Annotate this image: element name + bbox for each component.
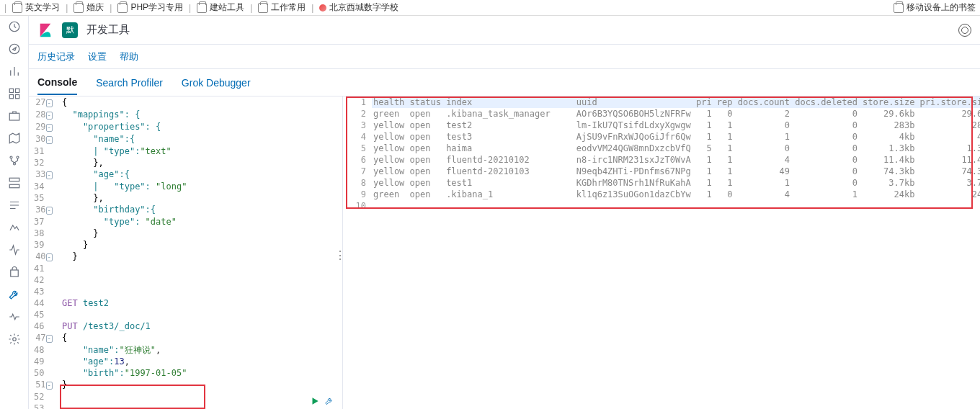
output-line: 1health status index uuid pri rep docs.c… bbox=[343, 96, 980, 108]
editor-line[interactable]: 49 "age":13, bbox=[29, 356, 342, 367]
editor-line[interactable]: 34 | "type": "long" bbox=[29, 181, 342, 192]
output-line: 3yellow open test2 lm-IkU7QTsifdLdxyXgwg… bbox=[343, 120, 980, 131]
output-line: 5yellow open haima eodvVM24QGW8mnDxzcbVf… bbox=[343, 143, 980, 154]
editor-line[interactable]: 28- "mappings": { bbox=[29, 109, 342, 121]
main-column: 默 开发工具 历史记录 设置 帮助 Console Search Profile… bbox=[29, 16, 980, 409]
siem-icon[interactable] bbox=[8, 266, 21, 279]
editor-line[interactable]: 41 bbox=[29, 263, 342, 274]
editor-line[interactable]: 46 PUT /test3/_doc/1 bbox=[29, 320, 342, 332]
tab-console[interactable]: Console bbox=[37, 71, 77, 95]
folder-icon bbox=[258, 3, 268, 13]
editor-line[interactable]: 52 bbox=[29, 391, 342, 403]
folder-icon bbox=[197, 3, 207, 13]
output-line: 4yellow open test3 AjSU9vFnRxWJQoGiJfr6Q… bbox=[343, 131, 980, 143]
editor-line[interactable]: 45 bbox=[29, 309, 342, 320]
response-output[interactable]: 1health status index uuid pri rep docs.c… bbox=[343, 96, 980, 212]
output-line: 7yellow open fluentd-20210103 N9eqb4ZHTi… bbox=[343, 166, 980, 177]
editor-line[interactable]: 42 bbox=[29, 274, 342, 286]
clock-icon[interactable] bbox=[8, 20, 21, 33]
svg-rect-12 bbox=[10, 270, 18, 277]
editor-line[interactable]: 47-{ bbox=[29, 332, 342, 344]
feedback-icon[interactable] bbox=[958, 24, 971, 37]
apm-icon[interactable] bbox=[8, 221, 21, 234]
subnav-help[interactable]: 帮助 bbox=[120, 50, 138, 63]
editor-line[interactable]: 36- "birthday":{ bbox=[29, 204, 342, 216]
bookmark-left: | 英文学习|婚庆|PHP学习专用|建站工具|工作常用| 北京西城数字学校 bbox=[4, 0, 894, 15]
svg-point-1 bbox=[9, 44, 19, 54]
bookmark-item[interactable]: 工作常用 bbox=[255, 0, 308, 15]
output-line: 6yellow open fluentd-20210102 n8-irc1NRM… bbox=[343, 154, 980, 166]
dashboard-icon[interactable] bbox=[8, 87, 21, 100]
editor-line[interactable]: 35 }, bbox=[29, 192, 342, 204]
output-line: 2green open .kibana_task_manager AOr6B3Y… bbox=[343, 108, 980, 120]
editor-line[interactable]: 51-} bbox=[29, 379, 342, 391]
editor-line[interactable]: 43 bbox=[29, 286, 342, 297]
compass-icon[interactable] bbox=[8, 42, 21, 55]
default-space-badge[interactable]: 默 bbox=[62, 22, 78, 38]
editor-line[interactable]: 33- "age":{ bbox=[29, 168, 342, 181]
editor-line[interactable]: 48 "name":"狂神说", bbox=[29, 344, 342, 356]
bookmark-item[interactable]: 英文学习 bbox=[9, 0, 63, 15]
bookmark-right[interactable]: 移动设备上的书签 bbox=[894, 1, 976, 14]
editor-line[interactable]: 39 } bbox=[29, 239, 342, 251]
svg-rect-11 bbox=[9, 184, 19, 188]
editor-line[interactable]: 31 | "type":"text" bbox=[29, 145, 342, 157]
icon-rail bbox=[0, 16, 29, 409]
folder-icon bbox=[894, 3, 904, 13]
bookmark-item-ext[interactable]: 北京西城数字学校 bbox=[316, 0, 401, 15]
bookmark-item[interactable]: PHP学习专用 bbox=[115, 0, 186, 15]
subnav: 历史记录 设置 帮助 bbox=[29, 45, 980, 69]
output-line: 8yellow open test1 KGDhrM80TNSrh1NfRuKah… bbox=[343, 177, 980, 189]
subnav-history[interactable]: 历史记录 bbox=[37, 50, 75, 63]
bookmark-item[interactable]: 建站工具 bbox=[194, 0, 247, 15]
editor-line[interactable]: 29- "properties": { bbox=[29, 121, 342, 133]
editor-line[interactable]: 53 bbox=[29, 403, 342, 409]
tab-search-profiler[interactable]: Search Profiler bbox=[96, 71, 163, 94]
editor-line[interactable]: 50 "birth":"1997-01-05" bbox=[29, 367, 342, 379]
folder-icon bbox=[74, 3, 84, 13]
ml-icon[interactable] bbox=[8, 154, 21, 167]
request-editor[interactable]: 27-{28- "mappings": {29- "properties": {… bbox=[29, 96, 342, 409]
monitor-icon[interactable] bbox=[8, 310, 21, 323]
editor-line[interactable]: 30- "name":{ bbox=[29, 133, 342, 145]
kibana-logo-icon[interactable] bbox=[37, 22, 53, 38]
svg-rect-4 bbox=[9, 95, 13, 99]
logs-icon[interactable] bbox=[8, 199, 21, 212]
bookmark-favicon-icon bbox=[319, 4, 326, 12]
folder-icon bbox=[12, 3, 22, 13]
bookmark-item[interactable]: 婚庆 bbox=[71, 0, 107, 15]
svg-point-7 bbox=[10, 156, 12, 158]
editor-line[interactable]: 27-{ bbox=[29, 96, 342, 109]
browser-bookmark-bar: | 英文学习|婚庆|PHP学习专用|建站工具|工作常用| 北京西城数字学校 移动… bbox=[0, 0, 980, 16]
editor-line[interactable]: 37 "type": "date" bbox=[29, 216, 342, 228]
uptime-icon[interactable] bbox=[8, 243, 21, 256]
svg-point-8 bbox=[17, 156, 19, 158]
editor-line[interactable]: 32 }, bbox=[29, 157, 342, 168]
request-editor-pane: 27-{28- "mappings": {29- "properties": {… bbox=[29, 96, 343, 409]
briefcase-icon[interactable] bbox=[8, 109, 21, 122]
svg-rect-5 bbox=[15, 95, 19, 99]
wrench-icon[interactable] bbox=[324, 396, 334, 406]
editor-line[interactable]: 44 GET test2 bbox=[29, 297, 342, 309]
tab-grok-debugger[interactable]: Grok Debugger bbox=[182, 71, 251, 94]
management-icon[interactable] bbox=[8, 333, 21, 346]
folder-icon bbox=[117, 3, 128, 13]
request-action-icons bbox=[310, 396, 334, 406]
send-request-icon[interactable] bbox=[310, 396, 320, 406]
dev-tools-icon[interactable] bbox=[8, 288, 21, 301]
map-icon[interactable] bbox=[8, 132, 21, 145]
svg-rect-6 bbox=[9, 113, 19, 120]
resize-handle[interactable] bbox=[337, 241, 342, 269]
svg-point-13 bbox=[12, 338, 16, 341]
response-pane: 1health status index uuid pri rep docs.c… bbox=[343, 96, 980, 409]
bar-chart-icon[interactable] bbox=[8, 65, 21, 78]
editor-line[interactable]: 38 } bbox=[29, 228, 342, 239]
output-line: 10 bbox=[343, 200, 980, 212]
page-title: 开发工具 bbox=[86, 23, 130, 37]
topbar: 默 开发工具 bbox=[29, 16, 980, 45]
infra-icon[interactable] bbox=[8, 176, 21, 189]
kibana-app: 默 开发工具 历史记录 设置 帮助 Console Search Profile… bbox=[0, 16, 980, 409]
bookmark-divider: | bbox=[4, 3, 6, 13]
subnav-settings[interactable]: 设置 bbox=[88, 50, 107, 63]
editor-line[interactable]: 40- } bbox=[29, 251, 342, 263]
